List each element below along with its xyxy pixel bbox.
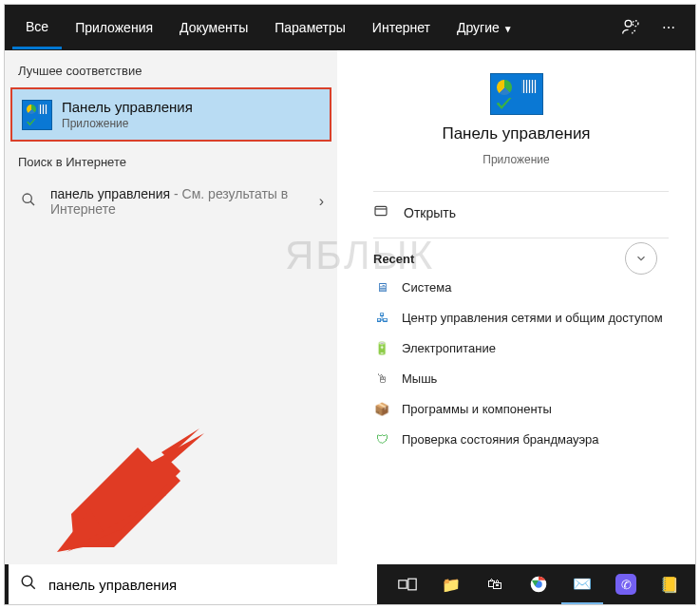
- network-icon: 🖧: [373, 309, 390, 326]
- store-icon[interactable]: 🛍: [474, 564, 516, 604]
- explorer-icon[interactable]: 📁: [430, 564, 472, 604]
- chevron-down-icon: ▼: [503, 24, 513, 34]
- web-search-item[interactable]: панель управления - См. результаты в Инт…: [5, 177, 337, 226]
- svg-point-1: [633, 20, 638, 26]
- ellipsis-icon[interactable]: ⋯: [650, 20, 688, 35]
- recent-item-programs[interactable]: 📦Программы и компоненты: [373, 393, 669, 424]
- results-pane: Лучшее соответствие Панель управления Пр…: [5, 50, 337, 564]
- recent-item-system[interactable]: 🖥Система: [373, 272, 669, 302]
- search-box[interactable]: [9, 564, 377, 604]
- search-icon: [18, 192, 39, 211]
- recent-item-network[interactable]: 🖧Центр управления сетями и общим доступо…: [373, 302, 669, 333]
- svg-line-6: [30, 584, 35, 589]
- svg-rect-7: [399, 580, 407, 588]
- tab-internet[interactable]: Интернет: [359, 8, 444, 48]
- top-tabs: Все Приложения Документы Параметры Интер…: [5, 5, 695, 50]
- notes-icon[interactable]: 📒: [649, 564, 691, 604]
- recent-item-power[interactable]: 🔋Электропитание: [373, 333, 669, 363]
- open-icon: [373, 203, 390, 222]
- chrome-icon[interactable]: [518, 564, 559, 604]
- details-title: Панель управления: [442, 124, 590, 143]
- svg-rect-4: [375, 206, 387, 215]
- chevron-right-icon: ›: [319, 193, 324, 210]
- recent-item-firewall[interactable]: 🛡Проверка состояния брандмауэра: [373, 424, 669, 454]
- details-pane: Панель управления Приложение Открыть Rec…: [337, 50, 695, 564]
- battery-icon: 🔋: [373, 339, 390, 356]
- best-match-title: Панель управления: [62, 99, 193, 115]
- tab-parameters[interactable]: Параметры: [261, 8, 359, 48]
- taskview-icon[interactable]: [387, 564, 428, 604]
- tab-all[interactable]: Все: [12, 7, 62, 49]
- details-subtitle: Приложение: [482, 153, 549, 166]
- box-icon: 📦: [373, 400, 390, 417]
- svg-line-3: [30, 201, 34, 205]
- tab-more[interactable]: Другие▼: [444, 8, 526, 48]
- shield-icon: 🛡: [373, 430, 390, 447]
- open-label: Открыть: [404, 205, 456, 220]
- recent-item-mouse[interactable]: 🖱Мышь: [373, 363, 669, 393]
- open-action[interactable]: Открыть: [373, 191, 669, 234]
- viber-icon[interactable]: ✆: [605, 564, 647, 604]
- control-panel-icon: [22, 100, 52, 130]
- svg-point-0: [625, 20, 632, 27]
- best-match-item[interactable]: Панель управления Приложение: [10, 87, 331, 142]
- calculator-icon[interactable]: ▦: [692, 564, 700, 604]
- best-match-header: Лучшее соответствие: [5, 56, 337, 86]
- taskbar: 📁 🛍 ✉️ ✆ 📒 ▦ 🎨: [5, 564, 695, 604]
- best-match-subtitle: Приложение: [62, 117, 193, 130]
- web-search-label: панель управления - См. результаты в Инт…: [50, 186, 308, 217]
- mouse-icon: 🖱: [373, 370, 390, 387]
- mail-icon[interactable]: ✉️: [561, 564, 603, 604]
- monitor-icon: 🖥: [373, 278, 390, 295]
- svg-rect-8: [408, 579, 416, 590]
- tab-documents[interactable]: Документы: [166, 8, 261, 48]
- tab-apps[interactable]: Приложения: [62, 8, 166, 48]
- expand-button[interactable]: [625, 242, 657, 275]
- svg-point-5: [22, 576, 32, 586]
- search-input[interactable]: [48, 577, 366, 593]
- feedback-icon[interactable]: [612, 17, 650, 39]
- search-icon: [20, 574, 37, 595]
- svg-point-2: [23, 194, 31, 202]
- web-search-header: Поиск в Интернете: [5, 147, 337, 177]
- control-panel-icon: [490, 73, 543, 115]
